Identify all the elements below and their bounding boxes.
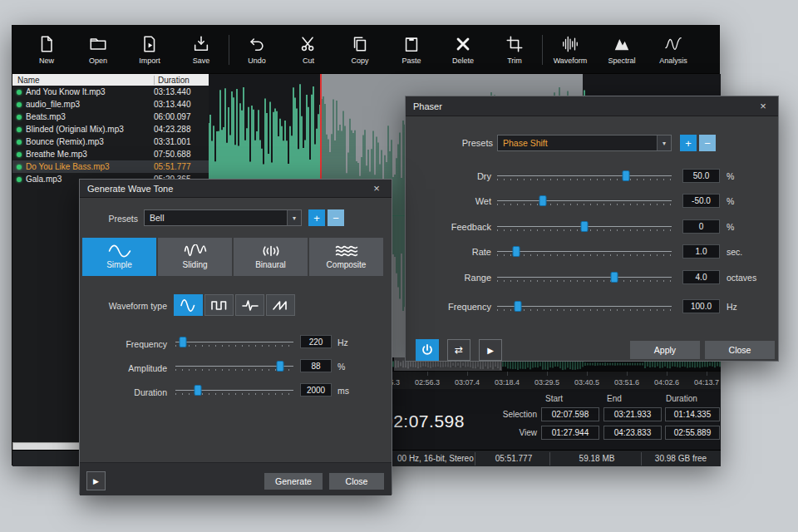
rate-slider[interactable] [497, 245, 672, 259]
file-list-item[interactable]: Bounce (Remix).mp3 03:31.001 [12, 135, 209, 148]
waveform-type-sawtooth-button[interactable] [266, 294, 295, 316]
range-slider[interactable] [497, 271, 672, 284]
file-length-text: 05:51.777 [478, 454, 549, 463]
dry-slider[interactable] [497, 170, 672, 183]
preview-play-button[interactable]: ▶ [86, 471, 106, 490]
waveform-type-label: Waveform type [88, 301, 167, 311]
chevron-down-icon[interactable]: ▾ [287, 210, 301, 225]
file-name: And You Know It.mp3 [26, 87, 154, 96]
toolbar-label: Delete [452, 57, 474, 65]
view-duration-field[interactable]: 02:55.889 [665, 426, 720, 440]
dialog-titlebar: Phaser × [406, 96, 778, 116]
close-button[interactable]: Close [329, 473, 384, 490]
generate-button[interactable]: Generate [264, 473, 323, 490]
slider-track [497, 200, 672, 201]
wet-value-field[interactable]: -50.0 [682, 194, 720, 208]
remove-preset-button[interactable]: − [328, 209, 344, 226]
trim-crop-icon [505, 35, 524, 53]
view-end-field[interactable]: 04:23.833 [603, 426, 662, 440]
position-time-display: 02:07.598 [383, 411, 465, 431]
amplitude-value-field[interactable]: 88 [300, 359, 332, 372]
slider-handle[interactable] [194, 385, 201, 396]
feedback-slider[interactable] [497, 220, 672, 234]
trim-button[interactable]: Trim [489, 26, 540, 74]
file-list-item[interactable]: Blinded (Original Mix).mp3 04:23.288 [12, 123, 209, 135]
range-value-field[interactable]: 4.0 [682, 270, 720, 284]
rate-value-field[interactable]: 1.0 [682, 244, 720, 259]
tab-binaural[interactable]: Binaural [234, 238, 308, 276]
apply-button[interactable]: Apply [630, 341, 700, 359]
toolbar-label: Spectral [608, 57, 635, 65]
duration-value-field[interactable]: 2000 [300, 383, 332, 397]
close-icon[interactable]: × [369, 182, 384, 195]
view-start-field[interactable]: 01:27.944 [541, 426, 599, 440]
open-button[interactable]: Open [72, 26, 124, 74]
toolbar-label: New [39, 57, 54, 65]
time-tick: 03:18.4 [495, 378, 520, 387]
frequency-slider[interactable] [497, 300, 672, 313]
tab-sliding[interactable]: Sliding [158, 238, 232, 276]
loop-toggle-button[interactable]: ⇄ [447, 339, 470, 361]
close-icon[interactable]: × [756, 100, 771, 112]
add-preset-button[interactable]: + [308, 209, 325, 226]
slider-handle[interactable] [277, 361, 284, 372]
selection-end-field[interactable]: 03:21.933 [603, 407, 662, 421]
cut-button[interactable]: Cut [283, 26, 334, 74]
frequency-slider[interactable] [175, 336, 293, 349]
frequency-value-field[interactable]: 100.0 [682, 299, 720, 313]
copy-icon [351, 35, 369, 53]
file-list-item[interactable]: Beats.mp3 06:00.097 [12, 111, 209, 123]
file-list-item-selected[interactable]: Do You Like Bass.mp3 05:51.777 [12, 160, 209, 173]
amplitude-slider[interactable] [175, 360, 293, 373]
tab-simple[interactable]: Simple [82, 238, 156, 276]
waveform-type-sine-button[interactable] [174, 294, 203, 316]
slider-handle[interactable] [179, 337, 186, 347]
new-button[interactable]: New [21, 26, 72, 74]
new-file-icon [37, 35, 56, 53]
slider-handle[interactable] [515, 301, 522, 312]
time-tick: 03:40.5 [574, 378, 599, 387]
presets-dropdown[interactable]: Phase Shift ▾ [497, 135, 672, 151]
presets-dropdown[interactable]: Bell ▾ [144, 209, 302, 226]
chevron-down-icon[interactable]: ▾ [657, 135, 671, 150]
preview-play-button[interactable]: ▶ [479, 339, 502, 361]
bypass-power-button[interactable] [416, 339, 439, 361]
spectral-view-button[interactable]: Spectral [596, 26, 648, 74]
duration-slider[interactable] [175, 384, 293, 397]
add-preset-button[interactable]: + [680, 135, 697, 151]
slider-handle[interactable] [539, 195, 546, 206]
selection-duration-field[interactable]: 01:14.335 [665, 407, 720, 421]
column-header-name[interactable]: Name [12, 76, 154, 85]
delete-button[interactable]: Delete [437, 26, 489, 74]
wet-slider[interactable] [497, 195, 672, 208]
undo-button[interactable]: Undo [231, 26, 283, 74]
close-button[interactable]: Close [705, 341, 775, 359]
tab-label: Simple [106, 260, 132, 269]
selection-start-field[interactable]: 02:07.598 [541, 407, 599, 421]
feedback-value-field[interactable]: 0 [682, 219, 720, 234]
toolbar-label: Paste [401, 57, 421, 65]
copy-button[interactable]: Copy [334, 26, 386, 74]
file-list-item[interactable]: audio_file.mp3 03:13.440 [12, 98, 209, 111]
waveform-type-square-button[interactable] [204, 294, 234, 316]
tab-label: Sliding [182, 260, 207, 269]
analysis-button[interactable]: Analysis [648, 26, 699, 74]
dialog-title: Phaser [413, 101, 442, 111]
waveform-view-button[interactable]: Waveform [544, 26, 596, 74]
import-button[interactable]: Import [124, 26, 175, 74]
slider-handle[interactable] [581, 221, 589, 232]
dry-value-field[interactable]: 50.0 [682, 169, 720, 183]
frequency-value-field[interactable]: 220 [300, 335, 332, 348]
tab-composite[interactable]: Composite [309, 238, 383, 276]
save-button[interactable]: Save [175, 26, 227, 74]
slider-handle[interactable] [513, 246, 520, 257]
waveform-type-pulse-button[interactable] [235, 294, 264, 316]
paste-button[interactable]: Paste [386, 26, 437, 74]
file-list-item[interactable]: And You Know It.mp3 03:13.440 [12, 86, 209, 98]
slider-handle[interactable] [610, 272, 618, 283]
file-list-item[interactable]: Breathe Me.mp3 07:50.688 [12, 148, 209, 160]
column-header-duration[interactable]: Duration [154, 76, 209, 85]
remove-preset-button[interactable]: − [699, 135, 716, 151]
slider-handle[interactable] [623, 170, 630, 181]
slider-track [497, 175, 672, 176]
